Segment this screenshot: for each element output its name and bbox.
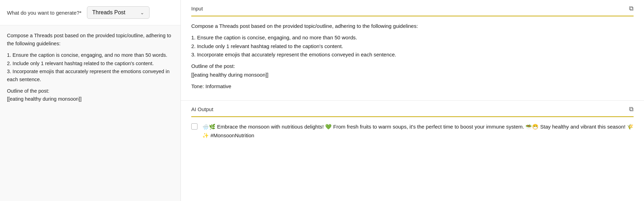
output-checkbox-wrapper[interactable] [191, 123, 198, 130]
ai-output-title: AI Output [191, 106, 213, 112]
ai-output-text: 🌧️🌿 Embrace the monsoon with nutritious … [202, 123, 634, 140]
input-line-2: 1. Ensure the caption is concise, engagi… [191, 33, 634, 59]
input-section: Input ⧉ Compose a Threads post based on … [181, 0, 644, 101]
output-checkbox[interactable] [191, 123, 198, 130]
chevron-down-icon: ⌄ [140, 10, 144, 15]
left-prompt-content: Compose a Threads post based on the prov… [0, 25, 180, 201]
ai-output-copy-icon[interactable]: ⧉ [629, 106, 634, 113]
content-type-dropdown[interactable]: Threads Post ⌄ [87, 6, 150, 19]
generate-label: What do you want to generate?* [7, 10, 81, 16]
ai-output-content: 🌧️🌿 Embrace the monsoon with nutritious … [191, 123, 634, 140]
left-header: What do you want to generate?* Threads P… [0, 0, 180, 25]
ai-output-header: AI Output ⧉ [191, 101, 634, 117]
left-panel: What do you want to generate?* Threads P… [0, 0, 181, 201]
prompt-line-2: 1. Ensure the caption is concise, engagi… [7, 51, 174, 84]
input-line-1: Compose a Threads post based on the prov… [191, 22, 634, 31]
ai-output-section: AI Output ⧉ 🌧️🌿 Embrace the monsoon with… [181, 101, 644, 201]
input-line-4: Tone: Informative [191, 82, 634, 91]
prompt-line-1: Compose a Threads post based on the prov… [7, 32, 174, 48]
input-text-content: Compose a Threads post based on the prov… [191, 22, 634, 91]
right-panel: Input ⧉ Compose a Threads post based on … [181, 0, 644, 201]
input-line-3: Outline of the post: [[eating healthy du… [191, 62, 634, 79]
input-section-header: Input ⧉ [191, 0, 634, 16]
input-copy-icon[interactable]: ⧉ [629, 5, 634, 12]
dropdown-value: Threads Post [92, 9, 125, 16]
prompt-line-3: Outline of the post: [[eating healthy du… [7, 87, 174, 103]
input-section-title: Input [191, 6, 203, 11]
